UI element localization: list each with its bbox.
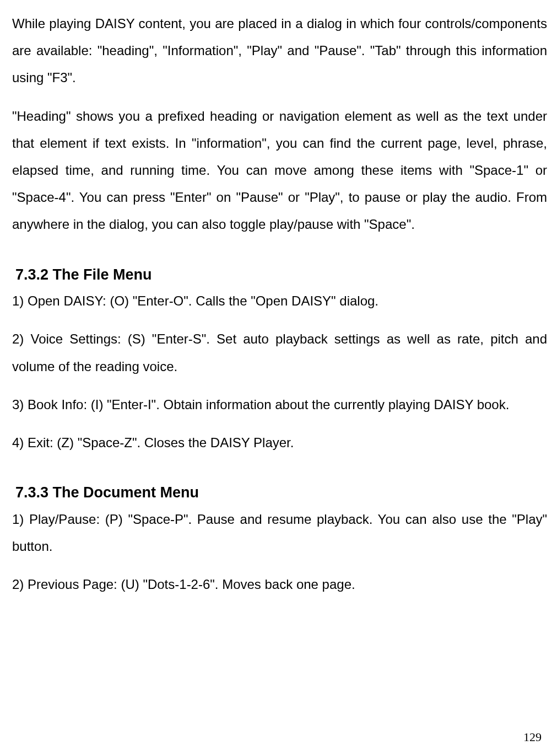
body-paragraph: "Heading" shows you a prefixed heading o… [12,103,547,238]
list-item: 1) Open DAISY: (O) "Enter-O". Calls the … [12,287,547,314]
list-item: 4) Exit: (Z) "Space-Z". Closes the DAISY… [12,429,547,456]
page-number: 129 [523,725,542,749]
section-heading-733: 7.3.3 The Document Menu [15,482,547,503]
body-paragraph: While playing DAISY content, you are pla… [12,10,547,92]
list-item: 1) Play/Pause: (P) "Space-P". Pause and … [12,506,547,560]
list-item: 3) Book Info: (I) "Enter-I". Obtain info… [12,391,547,418]
section-heading-732: 7.3.2 The File Menu [15,265,547,286]
list-item: 2) Voice Settings: (S) "Enter-S". Set au… [12,325,547,379]
list-item: 2) Previous Page: (U) "Dots-1-2-6". Move… [12,571,547,598]
